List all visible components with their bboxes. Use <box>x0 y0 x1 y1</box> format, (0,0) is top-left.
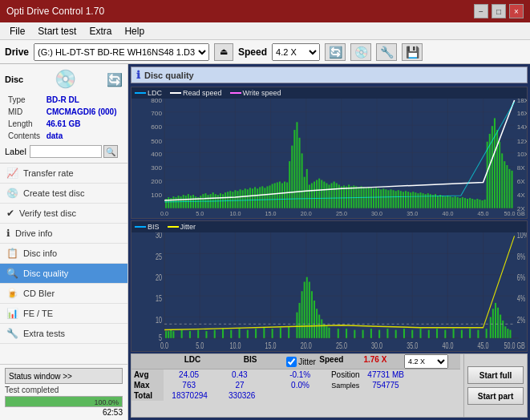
svg-rect-247 <box>304 281 305 337</box>
position-label: Position <box>330 370 361 380</box>
menu-start-test[interactable]: Start test <box>31 24 83 38</box>
mid-label: MID <box>6 107 43 117</box>
svg-rect-181 <box>496 130 498 208</box>
svg-rect-101 <box>298 138 300 208</box>
chart1-legend: LDC Read speed Write speed <box>131 87 527 99</box>
save-button[interactable]: 💾 <box>402 43 423 61</box>
svg-rect-141 <box>398 190 399 208</box>
sidebar-item-verify-test-disc[interactable]: ✔ Verify test disc <box>0 204 127 224</box>
speed-select-container[interactable]: 4.2 X <box>404 354 460 369</box>
svg-rect-168 <box>464 198 466 208</box>
menu-extra[interactable]: Extra <box>83 24 118 38</box>
disc-info-nav-label: Disc info <box>23 248 57 258</box>
svg-text:50.0 GB: 50.0 GB <box>504 211 525 216</box>
read-speed-legend: Read speed <box>170 89 222 97</box>
svg-rect-179 <box>492 126 493 208</box>
svg-text:8%: 8% <box>517 252 525 261</box>
stats-avg-row: Avg 24.05 0.43 -0.1% Position 47731 MB <box>131 370 460 380</box>
svg-rect-270 <box>436 329 438 338</box>
drive-select[interactable]: (G:) HL-DT-ST BD-RE WH16NS48 1.D3 <box>34 43 209 61</box>
type-value: BD-R DL <box>45 95 121 105</box>
svg-rect-228 <box>170 329 172 337</box>
sidebar-item-fe-te[interactable]: 📊 FE / TE <box>0 304 127 324</box>
svg-rect-123 <box>353 185 354 208</box>
svg-rect-95 <box>284 182 285 208</box>
status-section: Status window >> Test completed 100.0% 6… <box>0 364 127 420</box>
svg-rect-186 <box>508 169 510 208</box>
menu-file[interactable]: File <box>3 24 31 38</box>
disc-icon[interactable]: 💿 <box>55 69 76 90</box>
disc-icon2[interactable]: 🔄 <box>107 72 123 87</box>
svg-rect-242 <box>280 327 281 337</box>
svg-text:10%: 10% <box>517 232 527 240</box>
sidebar-item-disc-info[interactable]: 📋 Disc info <box>0 244 127 264</box>
chart1-container: LDC Read speed Write speed <box>131 87 528 219</box>
disc-panel: Disc 💿 🔄 Type BD-R DL MID CMCMAGDI6 (000… <box>0 64 127 164</box>
svg-text:35.0: 35.0 <box>407 341 418 349</box>
svg-rect-48 <box>168 197 169 208</box>
bis-legend-label: BIS <box>148 223 160 231</box>
read-speed-label: Read speed <box>183 89 222 97</box>
bis-legend-color <box>135 226 146 228</box>
jitter-checkbox[interactable] <box>286 357 297 367</box>
svg-rect-136 <box>385 189 386 208</box>
sidebar-item-drive-info[interactable]: ℹ Drive info <box>0 224 127 244</box>
svg-rect-146 <box>410 192 411 208</box>
chart2-container: BIS Jitter <box>131 220 528 353</box>
svg-rect-148 <box>415 192 416 208</box>
verify-test-disc-label: Verify test disc <box>19 208 76 218</box>
sidebar-item-disc-quality[interactable]: 🔍 Disc quality <box>0 264 127 284</box>
disc-info-nav-icon: 📋 <box>6 248 18 259</box>
minimize-button[interactable]: − <box>474 4 488 18</box>
maximize-button[interactable]: □ <box>492 4 506 18</box>
drive-bar: Drive (G:) HL-DT-ST BD-RE WH16NS48 1.D3 … <box>0 40 530 64</box>
svg-rect-249 <box>309 281 310 337</box>
sidebar-item-extra-tests[interactable]: 🔧 Extra tests <box>0 324 127 344</box>
svg-rect-252 <box>316 309 318 338</box>
close-button[interactable]: × <box>509 4 524 18</box>
sidebar-item-create-test-disc[interactable]: 💿 Create test disc <box>0 184 127 204</box>
svg-rect-155 <box>432 195 434 208</box>
svg-rect-137 <box>387 190 389 208</box>
nav-items: 📈 Transfer rate 💿 Create test disc ✔ Ver… <box>0 164 127 344</box>
sidebar-item-cd-bier[interactable]: 🍺 CD BIer <box>0 284 127 304</box>
start-full-button[interactable]: Start full <box>467 366 524 384</box>
svg-rect-90 <box>272 184 273 208</box>
speed-select[interactable]: 4.2 X <box>272 43 320 61</box>
label-browse-button[interactable]: 🔍 <box>103 145 118 158</box>
menu-help[interactable]: Help <box>118 24 151 38</box>
disc-button[interactable]: 💿 <box>350 43 371 61</box>
total-label: Total <box>131 390 164 401</box>
start-part-button[interactable]: Start part <box>467 387 524 405</box>
svg-rect-102 <box>301 153 303 208</box>
disc-quality-header: ℹ Disc quality <box>131 67 528 83</box>
jitter-checkbox-container[interactable]: Jitter <box>284 354 317 369</box>
svg-rect-66 <box>212 192 214 208</box>
eject-button[interactable]: ⏏ <box>214 43 233 61</box>
svg-rect-261 <box>362 329 364 337</box>
svg-rect-236 <box>230 329 232 337</box>
svg-rect-124 <box>355 186 357 208</box>
speed-display: 1.76 X <box>363 355 386 364</box>
svg-rect-72 <box>227 192 229 208</box>
svg-rect-275 <box>477 329 479 337</box>
svg-rect-285 <box>509 329 511 337</box>
svg-text:600: 600 <box>151 123 162 131</box>
speed-select-stats[interactable]: 4.2 X <box>404 354 448 369</box>
label-input[interactable] <box>30 145 102 158</box>
tools-button[interactable]: 🔧 <box>376 43 397 61</box>
sidebar-item-transfer-rate[interactable]: 📈 Transfer rate <box>0 164 127 184</box>
svg-text:45.0: 45.0 <box>478 341 489 349</box>
create-test-disc-label: Create test disc <box>23 188 84 198</box>
sidebar: Disc 💿 🔄 Type BD-R DL MID CMCMAGDI6 (000… <box>0 64 128 420</box>
svg-text:5.0: 5.0 <box>196 341 204 349</box>
refresh-button[interactable]: 🔄 <box>325 43 346 61</box>
svg-rect-133 <box>378 188 379 208</box>
svg-text:500: 500 <box>151 138 162 145</box>
svg-rect-120 <box>346 186 347 208</box>
svg-rect-184 <box>504 161 505 208</box>
svg-text:20.0: 20.0 <box>301 211 312 216</box>
avg-label: Avg <box>131 370 164 380</box>
status-window-button[interactable]: Status window >> <box>5 368 123 384</box>
svg-text:8X: 8X <box>517 164 526 172</box>
